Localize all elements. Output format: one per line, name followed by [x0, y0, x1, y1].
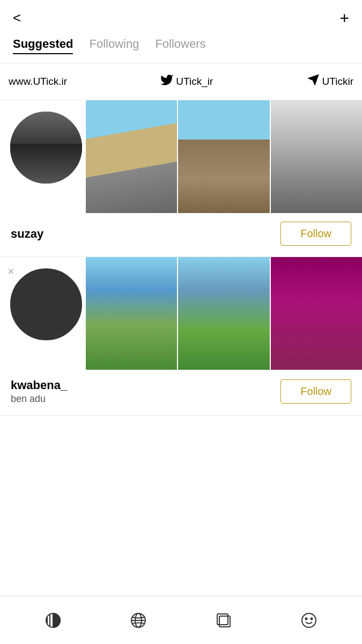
collage-photos-1 [86, 100, 362, 213]
website-link[interactable]: www.UTick.ir [9, 76, 67, 87]
globe-icon [129, 611, 147, 630]
telegram-icon [306, 73, 320, 90]
username-suzay: suzay [11, 227, 43, 241]
avatar-kwabena [9, 267, 84, 342]
telegram-link[interactable]: UTickir [306, 73, 353, 90]
collage-photos-2 [86, 257, 362, 370]
collage-photo-1 [86, 100, 177, 213]
telegram-handle: UTickir [322, 76, 353, 87]
tabs: Suggested Following Followers [0, 32, 362, 63]
follow-button-kwabena[interactable]: Follow [280, 379, 351, 404]
photo-collage-1 [0, 100, 362, 213]
nav-item-theme[interactable] [37, 604, 69, 636]
svg-marker-0 [307, 74, 319, 86]
user-card-kwabena: × kwabena_ ben adu Foll [0, 257, 362, 416]
add-button[interactable]: + [339, 10, 349, 26]
tab-following[interactable]: Following [89, 37, 139, 54]
nav-item-profile[interactable] [293, 604, 325, 636]
photo-collage-2 [0, 257, 362, 370]
header: < + [0, 0, 362, 32]
username-kwabena: kwabena_ [11, 378, 67, 392]
card-bottom-1: suzay Follow [0, 213, 362, 246]
nav-item-explore[interactable] [122, 604, 154, 636]
smiley-icon [300, 611, 318, 630]
sub-username-kwabena: ben adu [11, 393, 67, 405]
twitter-link[interactable]: UTick_ir [160, 73, 213, 90]
card-bottom-2: kwabena_ ben adu Follow [0, 370, 362, 405]
twitter-icon [160, 73, 174, 90]
user-info-kwabena: kwabena_ ben adu [11, 378, 67, 405]
collage-photo-kwabena-3 [271, 257, 362, 370]
tab-followers[interactable]: Followers [155, 37, 205, 54]
svg-point-12 [311, 618, 312, 619]
close-button-kwabena[interactable]: × [8, 265, 14, 279]
bottom-nav [0, 596, 362, 644]
back-button[interactable]: < [13, 10, 21, 26]
half-circle-icon [44, 611, 62, 630]
svg-point-10 [302, 613, 316, 627]
social-bar: www.UTick.ir UTick_ir UTickir [0, 63, 362, 100]
collage-photo-kwabena-2 [178, 257, 269, 370]
collage-photo-3 [271, 100, 362, 213]
twitter-handle: UTick_ir [176, 76, 213, 87]
user-card-suzay: suzay Follow [0, 100, 362, 257]
layers-icon [215, 611, 233, 630]
collage-photo-2 [178, 100, 269, 213]
tab-suggested[interactable]: Suggested [13, 37, 73, 54]
nav-item-collections[interactable] [208, 604, 240, 636]
svg-point-11 [305, 618, 307, 619]
user-info-suzay: suzay [11, 227, 43, 241]
follow-button-suzay[interactable]: Follow [280, 222, 351, 246]
avatar-suzay [9, 110, 84, 185]
collage-photo-kwabena-1 [86, 257, 177, 370]
